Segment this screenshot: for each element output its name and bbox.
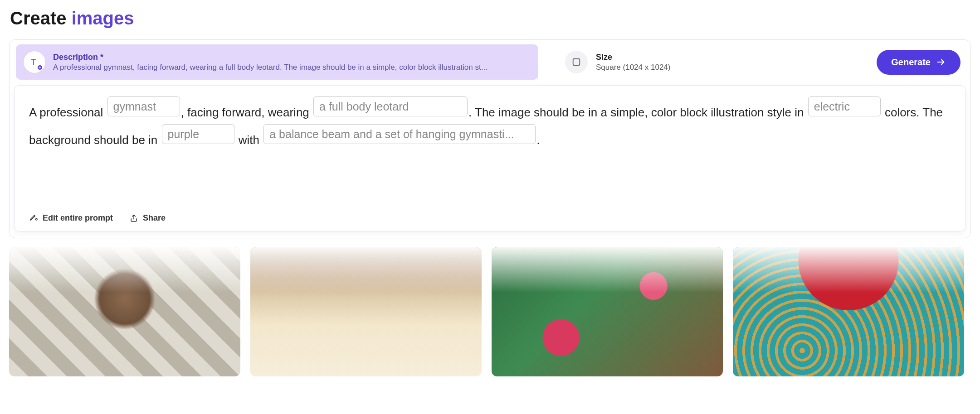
example-thumb[interactable] <box>492 247 723 376</box>
description-summary: A professional gymnast, facing forward, … <box>53 63 527 72</box>
chip-wearing[interactable]: a full body leotard <box>313 96 468 116</box>
generator-card: Description * A professional gymnast, fa… <box>9 39 971 238</box>
prompt-seg: , facing forward, wearing <box>181 106 312 119</box>
size-block[interactable]: Size Square (1024 x 1024) <box>565 51 670 73</box>
title-prefix: Create <box>10 8 72 28</box>
chip-subject[interactable]: gymnast <box>107 96 180 116</box>
edit-label: Edit entire prompt <box>43 213 113 223</box>
size-label: Size <box>596 53 670 62</box>
edit-prompt-button[interactable]: Edit entire prompt <box>29 213 113 223</box>
generate-label: Generate <box>891 57 931 67</box>
description-label: Description * <box>53 53 527 62</box>
square-icon <box>565 51 588 73</box>
example-thumb[interactable] <box>250 247 482 376</box>
size-value: Square (1024 x 1024) <box>596 63 670 72</box>
chip-background[interactable]: purple <box>162 124 234 144</box>
share-label: Share <box>143 213 166 223</box>
description-pill[interactable]: Description * A professional gymnast, fa… <box>16 44 538 80</box>
page-title: Create images <box>10 8 971 29</box>
title-accent: images <box>72 8 134 28</box>
prompt-text: A professional gymnast, facing forward, … <box>29 96 951 152</box>
chip-color[interactable]: electric <box>808 96 881 116</box>
prompt-seg: with <box>235 133 263 147</box>
example-thumb[interactable] <box>9 247 240 376</box>
divider <box>554 48 554 76</box>
svg-rect-1 <box>573 59 580 66</box>
prompt-seg: . The image should be in a simple, color… <box>468 106 807 119</box>
example-thumbnails <box>9 247 971 376</box>
prompt-seg: A professional <box>29 106 107 119</box>
share-button[interactable]: Share <box>129 213 166 223</box>
chip-with[interactable]: a balance beam and a set of hanging gymn… <box>263 124 536 144</box>
generate-button[interactable]: Generate <box>877 50 960 75</box>
arrow-right-icon <box>936 57 946 67</box>
text-plus-icon <box>23 51 46 73</box>
example-thumb[interactable] <box>733 247 964 376</box>
prompt-seg: . <box>536 133 540 147</box>
header-row: Description * A professional gymnast, fa… <box>14 44 966 80</box>
prompt-actions: Edit entire prompt Share <box>29 213 951 223</box>
share-icon <box>129 214 138 223</box>
edit-icon <box>29 214 38 223</box>
prompt-editor: A professional gymnast, facing forward, … <box>14 85 966 231</box>
